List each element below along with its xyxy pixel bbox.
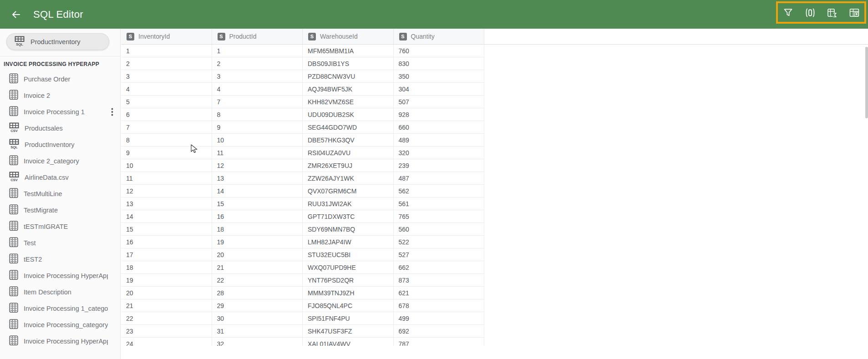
- table-cell[interactable]: SHK47USF3FZ: [303, 325, 394, 337]
- table-cell[interactable]: 13: [212, 172, 303, 184]
- table-cell[interactable]: 621: [394, 287, 485, 299]
- table-cell[interactable]: 22: [121, 312, 212, 324]
- table-cell[interactable]: 3: [121, 70, 212, 82]
- sidebar-item[interactable]: Invoice Processing 1_category: [0, 300, 121, 317]
- table-cell[interactable]: 765: [394, 210, 485, 222]
- table-cell[interactable]: 9: [212, 121, 303, 133]
- sidebar-item[interactable]: tEST2: [0, 251, 121, 268]
- table-cell[interactable]: RSI04UZA0VU: [303, 147, 394, 159]
- sidebar-item[interactable]: TestMigrate: [0, 202, 121, 218]
- table-cell[interactable]: 18: [121, 261, 212, 273]
- table-cell[interactable]: 22: [212, 274, 303, 286]
- table-cell[interactable]: 928: [394, 108, 485, 121]
- sidebar-item[interactable]: CSV Productsales: [0, 120, 121, 137]
- table-cell[interactable]: DBE57HKG3QV: [303, 134, 394, 146]
- sidebar-item[interactable]: tESTmIGRATE: [0, 218, 121, 235]
- table-cell[interactable]: UDU09DUB2SK: [303, 108, 394, 121]
- table-cell[interactable]: 499: [394, 312, 485, 324]
- table-cell[interactable]: 29: [212, 299, 303, 312]
- table-cell[interactable]: 660: [394, 121, 485, 133]
- table-cell[interactable]: 21: [212, 261, 303, 273]
- table-cell[interactable]: 2: [121, 57, 212, 70]
- table-cell[interactable]: 5: [121, 96, 212, 108]
- sidebar-item[interactable]: Purchase Order: [0, 71, 121, 87]
- sidebar-item[interactable]: SQL ProductInventory: [0, 137, 121, 153]
- column-header[interactable]: S ProductId: [212, 29, 303, 44]
- open-table-pill[interactable]: SQL ProductInventory: [6, 33, 109, 50]
- table-cell[interactable]: 522: [394, 236, 485, 248]
- table-cell[interactable]: MMM39TNJ9ZH: [303, 287, 394, 299]
- table-cell[interactable]: 7: [121, 121, 212, 133]
- table-cell[interactable]: QVX07GRM6CM: [303, 185, 394, 197]
- sidebar-item[interactable]: Invoice 2_category: [0, 153, 121, 169]
- table-cell[interactable]: 18: [212, 223, 303, 235]
- column-header[interactable]: S InventoryId: [121, 29, 212, 44]
- table-cell[interactable]: 16: [212, 210, 303, 222]
- table-cell[interactable]: 12: [212, 159, 303, 172]
- table-cell[interactable]: 304: [394, 83, 485, 95]
- table-cell[interactable]: 3: [212, 70, 303, 82]
- sidebar-item[interactable]: Invoice Processing_category: [0, 317, 121, 333]
- table-cell[interactable]: 1: [212, 45, 303, 57]
- column-header[interactable]: S Quantity: [394, 29, 485, 44]
- item-menu-button[interactable]: [110, 108, 114, 116]
- add-formula-column-button[interactable]: [826, 7, 838, 19]
- table-cell[interactable]: 4: [212, 83, 303, 95]
- table-cell[interactable]: STU32EUC5BI: [303, 248, 394, 261]
- table-cell[interactable]: 760: [394, 45, 485, 57]
- table-cell[interactable]: 12: [121, 185, 212, 197]
- table-cell[interactable]: 15: [212, 197, 303, 210]
- table-cell[interactable]: 15: [121, 223, 212, 235]
- table-cell[interactable]: 8: [212, 108, 303, 121]
- table-cell[interactable]: YNT76PSD2QR: [303, 274, 394, 286]
- sidebar-item[interactable]: Test: [0, 235, 121, 251]
- table-cell[interactable]: FJO85QNL4PC: [303, 299, 394, 312]
- table-cell[interactable]: ZMR26XET9UJ: [303, 159, 394, 172]
- column-header[interactable]: S WarehouseId: [303, 29, 394, 44]
- table-cell[interactable]: 873: [394, 274, 485, 286]
- table-cell[interactable]: SDY69NMN7BQ: [303, 223, 394, 235]
- table-cell[interactable]: SPI51FNF4PU: [303, 312, 394, 324]
- table-cell[interactable]: 2: [212, 57, 303, 70]
- filter-button[interactable]: [782, 7, 794, 19]
- table-cell[interactable]: 830: [394, 57, 485, 70]
- table-cell[interactable]: 14: [212, 185, 303, 197]
- table-cell[interactable]: ZZW26AJY1WK: [303, 172, 394, 184]
- table-cell[interactable]: 507: [394, 96, 485, 108]
- table-cell[interactable]: 489: [394, 134, 485, 146]
- table-cell[interactable]: 527: [394, 248, 485, 261]
- table-cell[interactable]: KHH82VMZ6SE: [303, 96, 394, 108]
- table-cell[interactable]: 7: [212, 96, 303, 108]
- table-cell[interactable]: 11: [212, 147, 303, 159]
- vertical-scrollbar[interactable]: [865, 47, 868, 118]
- table-cell[interactable]: 9: [121, 147, 212, 159]
- export-table-button[interactable]: [848, 7, 860, 19]
- table-cell[interactable]: XAL01IAV4WV: [303, 338, 394, 346]
- sidebar-item[interactable]: Invoice Processing HyperApp_...: [0, 333, 121, 349]
- table-cell[interactable]: 239: [394, 159, 485, 172]
- table-cell[interactable]: 678: [394, 299, 485, 312]
- table-cell[interactable]: SEG44GDO7WD: [303, 121, 394, 133]
- table-cell[interactable]: 662: [394, 261, 485, 273]
- table-cell[interactable]: 17: [121, 248, 212, 261]
- table-cell[interactable]: 32: [212, 338, 303, 346]
- table-cell[interactable]: WXQ07UPD9HE: [303, 261, 394, 273]
- table-cell[interactable]: 20: [121, 287, 212, 299]
- fit-column-width-button[interactable]: [804, 7, 816, 19]
- sidebar-item[interactable]: Invoice Processing 1: [0, 104, 121, 120]
- table-cell[interactable]: 30: [212, 312, 303, 324]
- table-cell[interactable]: 10: [121, 159, 212, 172]
- table-cell[interactable]: 28: [212, 287, 303, 299]
- table-cell[interactable]: 487: [394, 172, 485, 184]
- table-cell[interactable]: 560: [394, 223, 485, 235]
- sidebar-item[interactable]: Invoice Processing HyperApp_...: [0, 268, 121, 284]
- table-cell[interactable]: 320: [394, 147, 485, 159]
- table-cell[interactable]: MFM65MBM1IA: [303, 45, 394, 57]
- table-cell[interactable]: 4: [121, 83, 212, 95]
- table-cell[interactable]: 16: [121, 236, 212, 248]
- table-cell[interactable]: 10: [212, 134, 303, 146]
- table-cell[interactable]: 11: [121, 172, 212, 184]
- table-cell[interactable]: 21: [121, 299, 212, 312]
- table-cell[interactable]: 8: [121, 134, 212, 146]
- table-cell[interactable]: 561: [394, 197, 485, 210]
